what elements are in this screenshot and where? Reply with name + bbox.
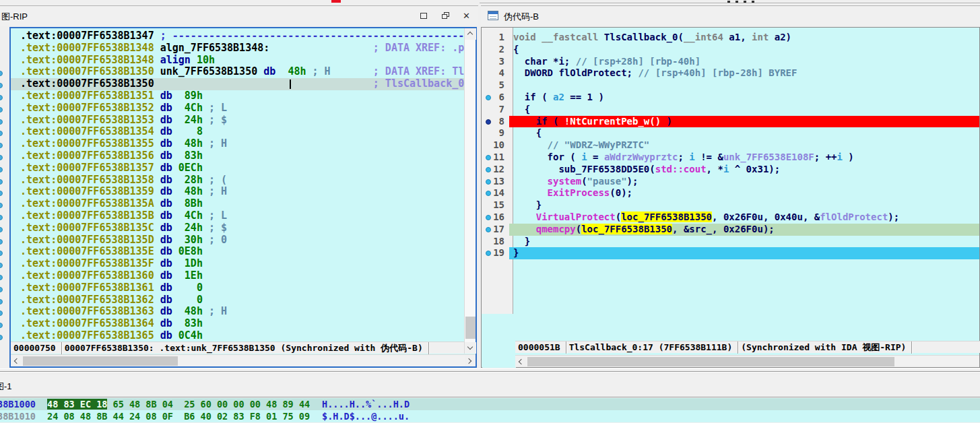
code-token: 10h [197,54,215,66]
code-line[interactable]: 11 for ( i = aWdrzWwyprztc; i != &unk_7F… [482,152,979,164]
disassembly-listing[interactable]: .text:00007FF6538B1347 ; ---------------… [11,28,464,343]
hex-ascii: H....H..%`...H.D [322,398,410,410]
listing-line[interactable]: .text:00007FF6538B135D db 30h ; 0 [11,234,464,247]
code-token: ) [843,152,854,162]
restore-icon[interactable] [440,11,451,21]
breakpoint-dot[interactable] [486,119,491,125]
code-token: ; TlsCallback_0+6 [154,77,464,90]
code-text: } [509,199,979,212]
code-line[interactable]: 16 VirtualProtect(loc_7FF6538B1350, 0x26… [482,212,979,224]
horizontal-scroll-thumb[interactable] [527,357,894,366]
code-line[interactable]: 5 [482,79,979,92]
breakpoint-dot[interactable] [486,227,491,232]
listing-line[interactable]: .text:00007FF6538B1354 db 8 [11,126,464,138]
listing-line[interactable]: .text:00007FF6538B135C db 24h ; $ [11,222,464,234]
listing-line[interactable]: .text:00007FF6538B1364 db 83h [11,318,464,330]
listing-line[interactable]: .text:00007FF6538B135F db 1Dh [11,258,464,270]
horizontal-scrollbar[interactable] [11,354,476,366]
breakpoint-dot[interactable] [486,215,491,220]
pseudocode-listing[interactable]: 1void __fastcall TlsCallback_0(__int64 a… [482,32,979,259]
listing-line[interactable]: .text:00007FF6538B1352 db 4Ch ; L [11,102,464,115]
vertical-scrollbar[interactable] [464,28,476,354]
code-text: } [509,247,979,259]
horizontal-scroll-thumb[interactable] [23,356,178,366]
breakpoint-dot[interactable] [486,179,491,185]
status-offset: 0000051B [515,341,566,354]
code-token: .text:00007FF6538B135C [20,222,160,234]
maximize-icon[interactable] [419,11,430,21]
listing-line[interactable]: .text:00007FF6538B1363 db 48h ; H [11,306,464,318]
code-token: ; DATA XREF: .pdata [269,42,464,54]
listing-line[interactable]: .text:00007FF6538B1347 ; ---------------… [11,30,464,42]
hex-row[interactable]: 38B100048 83 EC 18 65 48 8B 04 25 60 00 … [0,398,980,410]
listing-line[interactable]: .text:00007FF6538B1361 db 0 [11,282,464,294]
listing-line[interactable]: .text:00007FF6538B135B db 4Ch ; L [11,210,464,222]
code-line[interactable]: 8 if ( !NtCurrentPeb_w() ) [482,116,979,128]
hex-dump[interactable]: 38B100048 83 EC 18 65 48 8B 04 25 60 00 … [0,398,980,423]
code-token: .text:00007FF6538B1358 [20,174,160,186]
code-token: .text:00007FF6538B1360 [20,269,160,282]
hex-view-titlebar[interactable]: 图-1 [0,375,980,397]
code-token: 48h [178,137,203,150]
code-token: ; ++ [814,152,837,162]
listing-line[interactable]: .text:00007FF6538B1351 db 89h [11,90,464,102]
code-token: 48h [288,65,306,77]
code-line[interactable]: 4 DWORD flOldProtect; // [rsp+40h] [rbp-… [482,67,979,79]
scroll-right-button[interactable] [465,356,476,366]
listing-line[interactable]: .text:00007FF6538B135A db 8Bh [11,198,464,210]
listing-line[interactable]: .text:00007FF6538B1350 unk_7FF6538B1350 … [11,66,464,78]
scroll-left-button[interactable] [11,356,22,366]
listing-line[interactable]: .text:00007FF6538B1353 db 24h ; $ [11,115,464,127]
line-number: 7 [482,104,509,116]
listing-line[interactable]: .text:00007FF6538B1357 db 0ECh [11,162,464,174]
listing-line[interactable]: .text:00007FF6538B1360 db 1Eh [11,270,464,282]
listing-line[interactable]: .text:00007FF6538B1359 db 48h ; H [11,186,464,198]
code-line[interactable]: 18 } [482,236,979,248]
line-number: 2 [482,44,509,56]
window-pseudocode-b: 伪代码-B 1void __fastcall TlsCallback_0(__i… [480,5,980,368]
code-line[interactable]: 2{ [482,44,979,56]
listing-line[interactable]: .text:00007FF6538B1362 db 0 [11,294,464,306]
window-divider [0,368,980,375]
ida-view-titlebar[interactable]: 图-RIP ✕ [0,5,478,26]
close-icon[interactable]: ✕ [463,11,473,21]
listing-line[interactable]: .text:00007FF6538B1348 align 10h [11,55,464,67]
code-line[interactable]: 17 qmemcpy(loc_7FF6538B1350, &src_, 0x26… [482,224,979,236]
code-line[interactable]: 12 sub_7FF6538DD5E0(std::cout, *i ^ 0x31… [482,164,979,176]
listing-line[interactable]: .text:00007FF6538B1365 db 0C4h [11,330,464,342]
breakpoint-dot[interactable] [486,155,491,160]
scroll-left-button[interactable] [515,356,526,367]
listing-line[interactable]: .text:00007FF6538B1350 ; TlsCallback_0+6 [11,78,464,90]
listing-line[interactable]: .text:00007FF6538B135E db 0E8h [11,246,464,258]
listing-line[interactable]: .text:00007FF6538B1356 db 83h [11,150,464,162]
code-token: VirtualProtect [536,212,616,222]
code-line[interactable]: 1void __fastcall TlsCallback_0(__int64 a… [482,32,979,44]
code-line[interactable]: 9 { [482,127,979,139]
code-line[interactable]: 10 // "WDRZ~WWyPRZTC" [482,139,979,152]
code-line[interactable]: 19} [482,247,979,259]
code-token [513,187,548,198]
code-line[interactable]: 6 if ( a2 == 1 ) [482,92,979,104]
listing-line[interactable]: .text:00007FF6538B1358 db 28h ; ( [11,174,464,187]
code-line[interactable]: 7 { [482,104,979,116]
breakpoint-dot[interactable] [486,167,491,172]
code-token: ; H [203,137,227,150]
code-line[interactable]: 14 ExitProcess(0); [482,187,979,199]
scroll-up-button[interactable] [465,28,476,40]
vertical-scroll-thumb[interactable] [465,317,476,339]
breakpoint-dot[interactable] [486,95,491,100]
code-token: ; L [203,209,227,222]
listing-line[interactable]: .text:00007FF6538B1355 db 48h ; H [11,138,464,150]
code-line[interactable]: 15 } [482,199,979,212]
code-token: ; $ [203,114,227,126]
code-token: db [160,90,178,102]
listing-line[interactable]: .text:00007FF6538B1348 algn_7FF6538B1348… [11,42,464,55]
scroll-down-button[interactable] [465,342,476,354]
hex-row[interactable]: 38B101024 08 48 8B 44 24 08 0F B6 40 02 … [0,410,980,422]
code-token: 83h [178,150,203,162]
horizontal-scrollbar[interactable] [515,355,979,367]
code-line[interactable]: 13 system("pause"); [482,176,979,188]
code-line[interactable]: 3 char *i; // [rsp+28h] [rbp-40h] [482,56,979,68]
pseudocode-titlebar[interactable]: 伪代码-B [481,5,980,26]
code-token: .text:00007FF6538B1357 [20,162,160,174]
